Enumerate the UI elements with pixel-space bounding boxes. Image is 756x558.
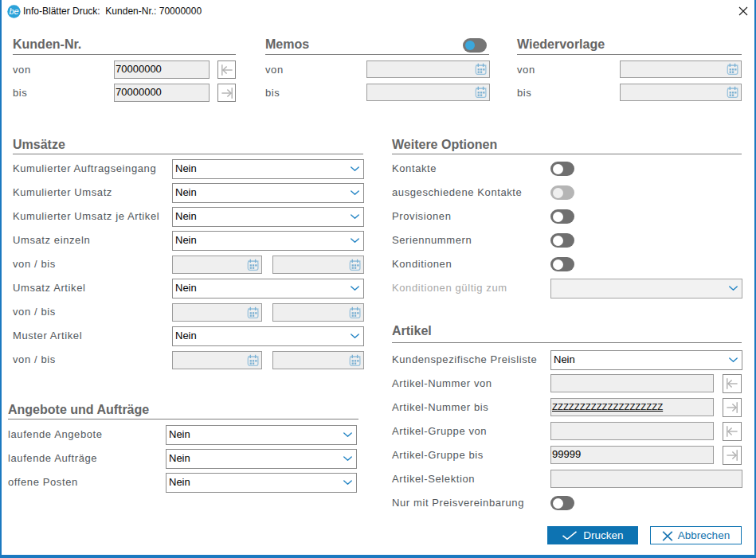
svg-text:be: be [9, 6, 18, 16]
